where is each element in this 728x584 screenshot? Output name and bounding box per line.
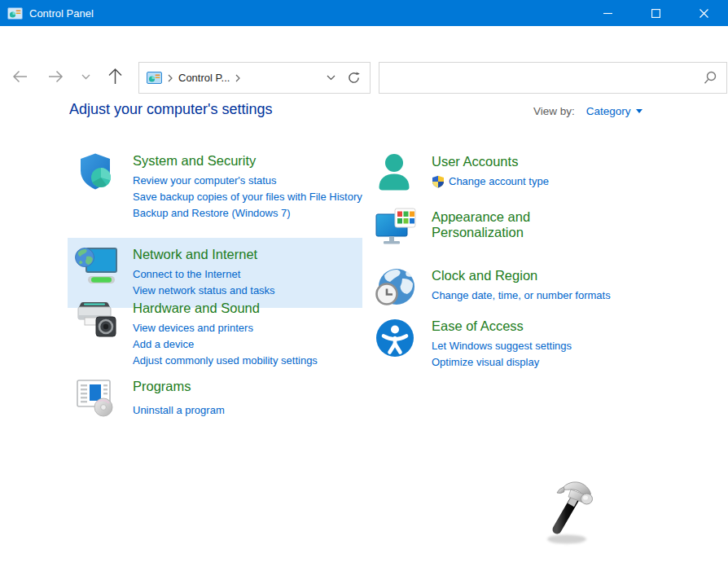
program-disc-icon[interactable]	[74, 376, 116, 419]
link-view-devices-printers[interactable]: View devices and printers	[133, 320, 253, 336]
view-by-value: Category	[586, 105, 631, 117]
category-title-clock-and-region[interactable]: Clock and Region	[432, 268, 585, 283]
network-monitor-icon[interactable]	[74, 244, 121, 290]
category-clock-and-region: Clock and Region Change date, time, or n…	[366, 266, 720, 314]
maximize-icon	[651, 9, 660, 18]
link-connect-to-internet[interactable]: Connect to the Internet	[133, 266, 240, 283]
search-input[interactable]	[386, 63, 699, 93]
forward-button[interactable]	[47, 69, 64, 84]
link-optimize-visual-display[interactable]: Optimize visual display	[432, 354, 539, 371]
printer-speaker-icon[interactable]	[74, 298, 118, 340]
category-title-user-accounts[interactable]: User Accounts	[432, 154, 585, 169]
category-appearance-and-personalization: Appearance and Personalization	[366, 207, 720, 254]
category-title-appearance-personalization[interactable]: Appearance and Personalization	[432, 209, 585, 240]
link-adjust-mobility-settings[interactable]: Adjust commonly used mobility settings	[133, 353, 318, 369]
link-windows-suggest-settings[interactable]: Let Windows suggest settings	[432, 338, 572, 354]
link-label: Change account type	[449, 173, 549, 190]
link-change-date-time-formats[interactable]: Change date, time, or number formats	[432, 288, 611, 304]
view-by-label: View by:	[533, 105, 575, 117]
category-system-and-security: System and Security Review your computer…	[68, 151, 362, 222]
search-box	[379, 62, 727, 94]
minimize-button[interactable]	[584, 0, 632, 26]
hammer-icon	[539, 477, 611, 549]
category-programs: Programs Uninstall a program	[68, 376, 362, 422]
control-panel-icon	[7, 7, 23, 20]
breadcrumb-item[interactable]: Control P...	[178, 72, 230, 84]
refresh-icon	[347, 71, 361, 85]
link-uninstall-a-program[interactable]: Uninstall a program	[133, 402, 225, 419]
address-dropdown-button[interactable]	[327, 75, 335, 81]
navigation-toolbar: Control P...	[0, 26, 728, 73]
control-panel-window: Control Panel	[0, 0, 728, 584]
chevron-right-icon[interactable]	[168, 74, 173, 82]
link-backup-restore-windows7[interactable]: Backup and Restore (Windows 7)	[133, 205, 291, 222]
search-icon[interactable]	[704, 71, 717, 85]
control-panel-icon	[147, 72, 162, 84]
link-view-network-status[interactable]: View network status and tasks	[133, 283, 275, 299]
recent-locations-button[interactable]	[81, 74, 90, 80]
link-review-computer-status[interactable]: Review your computer's status	[133, 173, 277, 189]
caret-down-icon	[636, 109, 642, 113]
maximize-button[interactable]	[632, 0, 680, 26]
uac-shield-icon	[432, 175, 445, 188]
minimize-icon	[603, 9, 612, 18]
category-user-accounts: User Accounts Change account type	[366, 151, 720, 197]
address-bar[interactable]: Control P...	[138, 62, 371, 94]
page-title: Adjust your computer's settings	[69, 101, 273, 118]
link-add-a-device[interactable]: Add a device	[133, 336, 194, 353]
globe-clock-icon[interactable]	[373, 266, 419, 311]
title-bar: Control Panel	[0, 0, 728, 26]
close-button[interactable]	[680, 0, 728, 26]
category-ease-of-access: Ease of Access Let Windows suggest setti…	[366, 316, 720, 371]
window-title: Control Panel	[29, 7, 94, 20]
category-title-ease-of-access[interactable]: Ease of Access	[432, 318, 585, 334]
refresh-button[interactable]	[347, 71, 361, 85]
category-hardware-and-sound: Hardware and Sound View devices and prin…	[68, 298, 362, 369]
category-title-programs[interactable]: Programs	[133, 379, 286, 394]
accessibility-icon[interactable]	[373, 316, 417, 360]
link-change-account-type[interactable]: Change account type	[432, 173, 549, 190]
category-title-hardware-and-sound[interactable]: Hardware and Sound	[133, 301, 286, 316]
category-title-system-and-security[interactable]: System and Security	[133, 153, 286, 169]
view-by-dropdown[interactable]: Category	[586, 105, 642, 117]
close-icon	[699, 9, 708, 18]
up-button[interactable]	[107, 68, 124, 85]
view-by-control: View by: Category	[533, 105, 642, 117]
category-title-network-and-internet[interactable]: Network and Internet	[133, 247, 286, 262]
back-button[interactable]	[11, 69, 29, 84]
chevron-right-icon[interactable]	[235, 74, 240, 82]
shield-icon[interactable]	[74, 151, 116, 193]
user-icon[interactable]	[373, 151, 415, 194]
link-file-history-backup[interactable]: Save backup copies of your files with Fi…	[133, 189, 362, 205]
display-tiles-icon[interactable]	[373, 207, 417, 251]
